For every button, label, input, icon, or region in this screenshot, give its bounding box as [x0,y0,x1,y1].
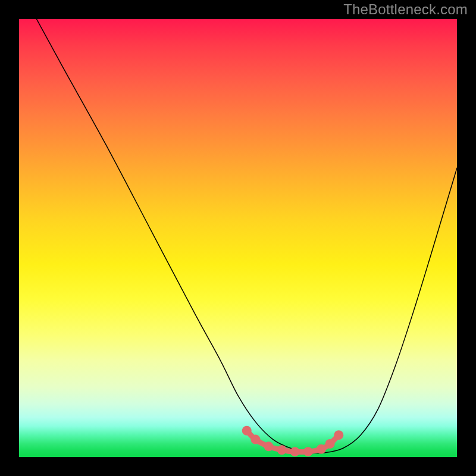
series-optimal-band-point [264,441,274,451]
plot-area [19,19,457,457]
watermark-text: TheBottleneck.com [343,1,468,18]
chart-svg [19,19,457,457]
series-optimal-band-point [242,426,252,436]
series-optimal-band-point [250,435,260,444]
chart-frame: TheBottleneck.com [0,0,476,476]
series-optimal-band-point [290,447,300,456]
series-optimal-band-point [303,447,313,456]
series-optimal-band-point [325,439,335,449]
series-optimal-band-point [277,445,287,455]
series-optimal-band-point [334,430,343,440]
series-curve [36,19,457,453]
series-optimal-band-point [317,444,326,454]
